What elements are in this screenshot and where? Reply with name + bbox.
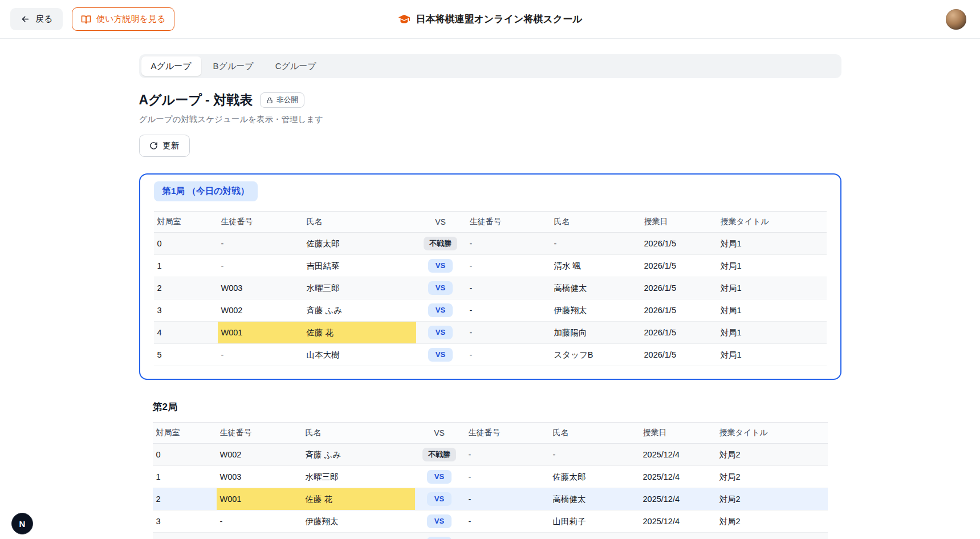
player2-name-cell: 山田莉子: [550, 510, 640, 533]
lesson-title-cell: 対局1: [717, 277, 827, 299]
column-header-5: 氏名: [550, 423, 640, 444]
private-badge-label: 非公開: [276, 95, 298, 105]
vs-badge: VS: [428, 259, 453, 273]
player1-id-cell: W003: [217, 466, 302, 488]
player2-name-cell: 伊藤翔太: [551, 299, 641, 322]
player2-id-cell: -: [466, 322, 551, 344]
player2-name-cell: 高橋健太: [551, 277, 641, 299]
vs-cell: VS: [416, 299, 466, 322]
back-button-label: 戻る: [35, 14, 52, 25]
player1-id-cell: W003: [218, 277, 303, 299]
vs-badge: VS: [428, 348, 453, 362]
player1-name-cell: 山本大樹: [303, 344, 416, 366]
player2-id-cell: -: [466, 299, 551, 322]
lesson-date-cell: 2025/12/4: [640, 510, 716, 533]
room-cell: 2: [154, 277, 218, 299]
room-cell: 2: [153, 488, 217, 510]
round-2-title: 第2局: [153, 400, 828, 414]
player2-name-cell: 清水 颯: [551, 255, 641, 277]
lesson-title-cell: 対局1: [717, 344, 827, 366]
tab-group-c[interactable]: Cグループ: [266, 56, 326, 76]
column-header-3: VS: [415, 423, 465, 444]
player1-name-cell: 佐藤 花: [303, 322, 416, 344]
help-button[interactable]: 使い方説明を見る: [72, 7, 174, 31]
round-1-table: 対局室生徒番号氏名VS生徒番号氏名授業日授業タイトル 0-佐藤太郎不戦勝--20…: [154, 211, 827, 366]
player1-id-cell: -: [218, 344, 303, 366]
player1-id-cell: -: [218, 255, 303, 277]
player2-name-cell: -: [550, 444, 640, 466]
player2-name-cell: 高橋健太: [550, 488, 640, 510]
lesson-date-cell: 2025/12/4: [640, 444, 716, 466]
player1-name-cell: 水曜三郎: [303, 277, 416, 299]
n-floating-button[interactable]: N: [11, 513, 33, 534]
lesson-title-cell: 対局2: [716, 488, 828, 510]
player2-name-cell: 加藤陽向: [551, 322, 641, 344]
lesson-date-cell: 2026/1/5: [641, 322, 717, 344]
vs-cell: VS: [415, 488, 465, 510]
column-header-5: 氏名: [551, 212, 641, 233]
header-left: 戻る 使い方説明を見る: [10, 7, 174, 31]
vs-cell: VS: [416, 277, 466, 299]
lesson-title-cell: 対局2: [716, 444, 828, 466]
column-header-3: VS: [416, 212, 466, 233]
tab-group-a[interactable]: Aグループ: [141, 56, 201, 76]
player2-id-cell: -: [465, 533, 550, 539]
graduation-cap-icon: [397, 13, 410, 26]
match-row: 4W001佐藤 花VS-加藤陽向2026/1/5対局1: [154, 322, 827, 344]
player1-name-cell: 佐藤太郎: [303, 233, 416, 255]
header-right: [946, 9, 970, 30]
round-1-card: 第1局 （今日の対戦） 対局室生徒番号氏名VS生徒番号氏名授業日授業タイトル 0…: [139, 173, 841, 380]
table-header-row: 対局室生徒番号氏名VS生徒番号氏名授業日授業タイトル: [153, 423, 828, 444]
lesson-title-cell: 対局1: [717, 299, 827, 322]
vs-cell: VS: [415, 533, 465, 539]
room-cell: 5: [154, 344, 218, 366]
page-title-row: Aグループ - 対戦表 非公開: [139, 91, 841, 109]
lesson-title-cell: 対局1: [717, 322, 827, 344]
lock-icon: [266, 97, 273, 104]
player2-id-cell: -: [466, 255, 551, 277]
player1-name-cell: 佐藤 花: [302, 488, 415, 510]
vs-badge: VS: [427, 537, 452, 539]
lesson-title-cell: 対局2: [716, 533, 828, 539]
vs-badge: VS: [427, 470, 452, 484]
lesson-date-cell: 2025/12/4: [640, 533, 716, 539]
group-tabs: Aグループ Bグループ Cグループ: [139, 54, 841, 78]
player2-name-cell: 佐藤太郎: [550, 466, 640, 488]
player1-id-cell: -: [217, 533, 302, 539]
vs-badge: VS: [428, 326, 453, 339]
player2-id-cell: -: [465, 444, 550, 466]
vs-badge: VS: [427, 514, 452, 528]
main-content: Aグループ Bグループ Cグループ Aグループ - 対戦表 非公開 グループの対…: [139, 39, 841, 539]
column-header-4: 生徒番号: [466, 212, 551, 233]
column-header-2: 氏名: [303, 212, 416, 233]
vs-cell: 不戦勝: [416, 233, 466, 255]
tab-group-b[interactable]: Bグループ: [204, 56, 263, 76]
player1-id-cell: W001: [218, 322, 303, 344]
lesson-title-cell: 対局1: [717, 233, 827, 255]
lesson-title-cell: 対局1: [717, 255, 827, 277]
lesson-date-cell: 2026/1/5: [641, 255, 717, 277]
player1-id-cell: W002: [218, 299, 303, 322]
page-subtitle: グループの対戦スケジュールを表示・管理します: [139, 114, 841, 125]
column-header-0: 対局室: [153, 423, 217, 444]
column-header-2: 氏名: [302, 423, 415, 444]
player1-name-cell: 山本大樹: [302, 533, 415, 539]
room-cell: 3: [154, 299, 218, 322]
player1-name-cell: 斉藤 ふみ: [303, 299, 416, 322]
player1-name-cell: 伊藤翔太: [302, 510, 415, 533]
match-row: 1W003水曜三郎VS-佐藤太郎2025/12/4対局2: [153, 466, 828, 488]
refresh-button-label: 更新: [163, 140, 180, 151]
user-avatar[interactable]: [946, 9, 966, 30]
vs-badge: VS: [428, 281, 453, 295]
column-header-1: 生徒番号: [217, 423, 302, 444]
column-header-7: 授業タイトル: [717, 212, 827, 233]
room-cell: 3: [153, 510, 217, 533]
player2-id-cell: -: [466, 277, 551, 299]
back-button[interactable]: 戻る: [10, 8, 63, 30]
player2-id-cell: -: [465, 488, 550, 510]
refresh-icon: [149, 141, 158, 150]
bye-badge: 不戦勝: [422, 448, 456, 461]
player2-id-cell: -: [466, 344, 551, 366]
refresh-button[interactable]: 更新: [139, 135, 190, 157]
player1-id-cell: -: [217, 510, 302, 533]
